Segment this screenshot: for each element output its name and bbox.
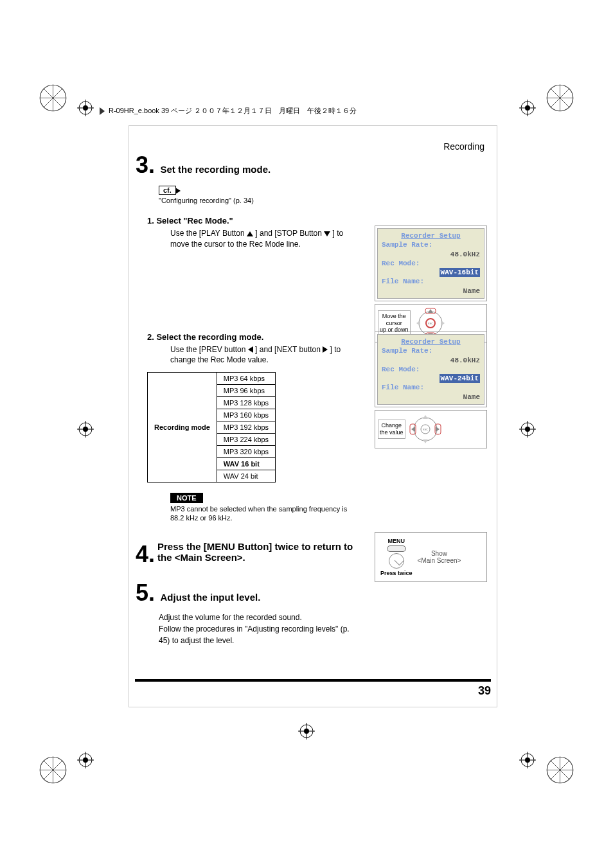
screen-value: Name <box>382 287 480 296</box>
svg-marker-54 <box>441 321 445 326</box>
book-header: R-09HR_e.book 39 ページ ２００７年１２月１７日 月曜日 午後２… <box>100 106 513 116</box>
table-row: MP3 192 kbps <box>217 421 275 434</box>
step-4-number: 4. <box>136 541 155 568</box>
screen-label: Rec Mode: <box>382 259 480 268</box>
table-row: MP3 128 kbps <box>217 397 275 409</box>
print-register-mark <box>77 752 94 768</box>
screen-diagram-2: Recorder Setup Sample Rate: 48.0kHz Rec … <box>375 332 487 448</box>
page: R-09HR_e.book 39 ページ ２００７年１２月１７日 月曜日 午後２… <box>0 0 613 868</box>
step-3-heading: 3. Set the recording mode. <box>136 152 490 179</box>
note-text: MP3 cannot be selected when the sampling… <box>170 504 359 523</box>
screen-diagram-1: Recorder Setup Sample Rate: 48.0kHz Rec … <box>375 226 487 342</box>
svg-text:REC: REC <box>427 322 433 325</box>
table-row: MP3 160 kbps <box>217 409 275 421</box>
menu-result-label: Show <Main Screen> <box>418 550 461 564</box>
screen-label: Rec Mode: <box>382 365 480 374</box>
substep-1-body: Use the [PLAY Button ] and [STOP Button … <box>147 228 359 250</box>
screen-title: Recorder Setup <box>382 337 480 346</box>
recording-mode-table: Recording modeMP3 64 kbps MP3 96 kbps MP… <box>147 372 276 483</box>
text: ] and [STOP Button <box>253 229 324 238</box>
page-footer: 39 <box>135 679 491 698</box>
step-3-number: 3. <box>136 152 155 179</box>
print-corner-top-left <box>39 84 67 112</box>
screen-value: 48.0kHz <box>382 250 480 259</box>
screen-value-selected: WAV-24bit <box>440 374 480 383</box>
svg-marker-63 <box>436 427 440 432</box>
print-corner-bottom-right <box>546 756 574 784</box>
menu-label: MENU <box>388 538 405 544</box>
footer-bar <box>135 679 491 682</box>
text: Use the [PREV button <box>170 345 248 354</box>
svg-text:REC: REC <box>422 428 428 431</box>
step-5-number: 5. <box>136 580 155 607</box>
svg-marker-53 <box>416 321 420 326</box>
menu-button-shape-icon <box>387 545 406 552</box>
dpad-left-right-icon: REC <box>409 413 441 445</box>
cf-badge: cf. <box>159 186 176 195</box>
print-corner-bottom-left <box>39 756 67 784</box>
screen-value-selected: WAV-16bit <box>440 268 480 277</box>
step-5-title: Adjust the input level. <box>160 592 260 603</box>
text: Show <box>418 550 461 557</box>
substep-1-title: 1. Select "Rec Mode." <box>147 216 359 226</box>
print-register-mark <box>519 752 536 768</box>
step-5-body: Adjust the volume for the recorded sound… <box>136 612 354 646</box>
screen-label: File Name: <box>382 277 480 286</box>
content-area: 3. Set the recording mode. cf. "Configur… <box>129 125 497 707</box>
print-corner-top-right <box>546 84 574 112</box>
text: Use the [PLAY Button <box>170 229 247 238</box>
triangle-left-icon <box>248 346 253 353</box>
print-register-mark <box>77 421 94 438</box>
menu-diagram: MENU Press twice Show <Main Screen> <box>375 532 487 582</box>
svg-marker-60 <box>423 415 428 419</box>
print-register-mark <box>519 421 536 438</box>
print-register-mark <box>519 100 536 116</box>
hint-label: Change the value <box>378 420 405 439</box>
table-row: WAV 24 bit <box>217 470 275 483</box>
table-header: Recording mode <box>148 373 217 483</box>
press-twice-label: Press twice <box>380 570 413 576</box>
triangle-down-icon <box>324 231 330 236</box>
print-register-mark <box>298 723 315 740</box>
screen-label: Sample Rate: <box>382 240 480 249</box>
text: <Main Screen> <box>418 557 461 564</box>
table-row: MP3 96 kbps <box>217 385 275 397</box>
print-register-mark <box>77 100 94 116</box>
text: ] and [NEXT button <box>253 345 323 354</box>
table-row: MP3 320 kbps <box>217 446 275 458</box>
screen-value: Name <box>382 393 480 402</box>
triangle-up-icon <box>247 231 253 236</box>
press-gesture-icon <box>389 553 404 569</box>
note-badge: NOTE <box>170 493 203 503</box>
screen-label: File Name: <box>382 383 480 392</box>
table-row: MP3 64 kbps <box>217 373 275 385</box>
book-header-text: R-09HR_e.book 39 ページ ２００７年１２月１７日 月曜日 午後２… <box>109 106 357 116</box>
table-row: MP3 224 kbps <box>217 434 275 446</box>
svg-marker-61 <box>423 439 428 443</box>
table-row: WAV 16 bit <box>217 458 275 470</box>
cf-reference: "Configuring recording" (p. 34) <box>159 197 490 204</box>
substep-2-body: Use the [PREV button ] and [NEXT button … <box>147 344 359 366</box>
screen-label: Sample Rate: <box>382 346 480 355</box>
screen-title: Recorder Setup <box>382 231 480 240</box>
screen-value: 48.0kHz <box>382 356 480 365</box>
step-3-title: Set the recording mode. <box>160 164 271 175</box>
svg-marker-51 <box>428 309 433 313</box>
substep-2-title: 2. Select the recording mode. <box>147 332 359 342</box>
svg-marker-62 <box>411 427 415 432</box>
step-4-title: Press the [MENU Button] twice to return … <box>157 541 357 563</box>
page-number: 39 <box>135 684 491 698</box>
